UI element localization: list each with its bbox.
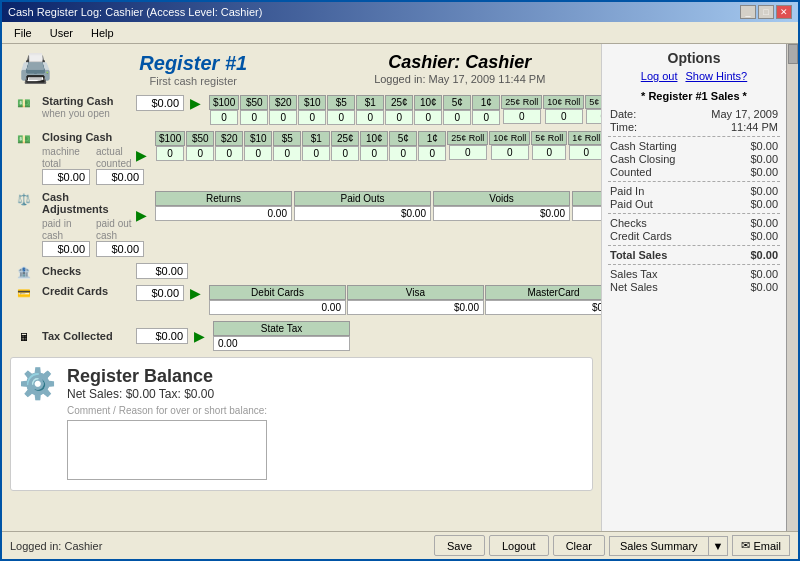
close-button[interactable]: ✕ bbox=[776, 5, 792, 19]
divider-5 bbox=[608, 264, 780, 265]
roll-v-100-1[interactable] bbox=[210, 110, 238, 125]
clear-button[interactable]: Clear bbox=[553, 535, 605, 556]
roll-h-25r-1: 25¢ Roll bbox=[501, 95, 542, 109]
closing-cash-rolls: $100 $50 $20 $10 $5 $1 25¢ 10¢ 5¢ 1¢ 25¢… bbox=[155, 131, 601, 161]
adj-returns-header: Returns bbox=[155, 191, 292, 206]
rolls-row-2: $100 $50 $20 $10 $5 $1 25¢ 10¢ 5¢ 1¢ 25¢… bbox=[155, 131, 601, 161]
roll-v-5r-1[interactable] bbox=[586, 109, 601, 124]
cc-debit-input[interactable] bbox=[209, 300, 346, 315]
roll-v-10c-2[interactable] bbox=[360, 146, 388, 161]
tax-icon: 🖩 bbox=[10, 329, 38, 343]
roll-v-50-2[interactable] bbox=[186, 146, 214, 161]
roll-v-5c-2[interactable] bbox=[389, 146, 417, 161]
label-paid-in: Paid In bbox=[610, 185, 644, 197]
checks-section: 🏦 Checks bbox=[10, 263, 593, 279]
cc-arrow[interactable]: ▶ bbox=[190, 285, 201, 301]
balance-comment-label: Comment / Reason for over or short balan… bbox=[67, 405, 584, 416]
minimize-button[interactable]: _ bbox=[740, 5, 756, 19]
cc-visa-input[interactable] bbox=[347, 300, 484, 315]
starting-cash-arrow[interactable]: ▶ bbox=[190, 95, 201, 111]
closing-actual-counted[interactable] bbox=[96, 169, 144, 185]
cc-icon: 💳 bbox=[10, 285, 38, 300]
tax-arrow[interactable]: ▶ bbox=[194, 328, 205, 344]
adj-returns-input[interactable] bbox=[155, 206, 292, 221]
email-button[interactable]: ✉ Email bbox=[732, 535, 790, 556]
roll-v-10r-2[interactable] bbox=[491, 145, 529, 160]
maximize-button[interactable]: □ bbox=[758, 5, 774, 19]
save-button[interactable]: Save bbox=[434, 535, 485, 556]
roll-v-50-1[interactable] bbox=[240, 110, 268, 125]
menu-file[interactable]: File bbox=[6, 25, 40, 41]
label-checks: Checks bbox=[610, 217, 647, 229]
cc-label: Credit Cards bbox=[42, 285, 132, 297]
roll-h-5c-1: 5¢ bbox=[443, 95, 471, 110]
menu-user[interactable]: User bbox=[42, 25, 81, 41]
roll-v-1c-2[interactable] bbox=[418, 146, 446, 161]
right-wrapper: Options Log out Show Hints? * Register #… bbox=[601, 44, 798, 531]
adj-voids-input[interactable] bbox=[433, 206, 570, 221]
roll-v-25c-1[interactable] bbox=[385, 110, 413, 125]
menu-bar: File User Help bbox=[2, 22, 798, 44]
roll-v-5r-2[interactable] bbox=[532, 145, 566, 160]
adj-voids-header: Voids bbox=[433, 191, 570, 206]
cc-mc-input[interactable] bbox=[485, 300, 601, 315]
cash-adjustments-section: ⚖️ Cash Adjustments paid in cash paid ou… bbox=[10, 191, 593, 257]
tax-amount[interactable] bbox=[136, 328, 188, 344]
state-tax-header: State Tax bbox=[213, 321, 350, 336]
register-title-block: Register #1 First cash register bbox=[60, 52, 327, 87]
roll-v-1-1[interactable] bbox=[356, 110, 384, 125]
roll-v-10c-1[interactable] bbox=[414, 110, 442, 125]
logged-in-header: Logged in: May 17, 2009 11:44 PM bbox=[327, 73, 594, 85]
roll-v-5-1[interactable] bbox=[327, 110, 355, 125]
roll-v-1-2[interactable] bbox=[302, 146, 330, 161]
roll-v-10-1[interactable] bbox=[298, 110, 326, 125]
roll-h-25c-1: 25¢ bbox=[385, 95, 413, 110]
roll-h-1-1: $1 bbox=[356, 95, 384, 110]
closing-cash-arrow[interactable]: ▶ bbox=[136, 147, 147, 163]
cc-amount[interactable] bbox=[136, 285, 184, 301]
checks-amount[interactable] bbox=[136, 263, 188, 279]
roll-v-25r-1[interactable] bbox=[503, 109, 541, 124]
closing-machine-total[interactable] bbox=[42, 169, 90, 185]
adj-other-input[interactable] bbox=[572, 206, 601, 221]
register-sub: First cash register bbox=[60, 75, 327, 87]
adj-paid-in[interactable] bbox=[42, 241, 90, 257]
label-net-sales: Net Sales bbox=[610, 281, 658, 293]
sales-summary-button[interactable]: Sales Summary bbox=[609, 536, 709, 556]
starting-cash-section: 💵 Starting Cash when you open ▶ $100 $50… bbox=[10, 95, 593, 125]
balance-comment-input[interactable] bbox=[67, 420, 267, 480]
roll-v-100-2[interactable] bbox=[156, 146, 184, 161]
roll-v-5c-1[interactable] bbox=[443, 110, 471, 125]
roll-v-10r-1[interactable] bbox=[545, 109, 583, 124]
roll-v-20-2[interactable] bbox=[215, 146, 243, 161]
logout-button[interactable]: Logout bbox=[489, 535, 549, 556]
roll-v-20-1[interactable] bbox=[269, 110, 297, 125]
cc-visa-header: Visa bbox=[347, 285, 484, 300]
roll-v-10-2[interactable] bbox=[244, 146, 272, 161]
sales-time-value: 11:44 PM bbox=[731, 121, 778, 133]
roll-v-1r-2[interactable] bbox=[569, 145, 601, 160]
roll-v-5-2[interactable] bbox=[273, 146, 301, 161]
adj-paidouts-input[interactable] bbox=[294, 206, 431, 221]
closing-cash-section: 💵 Closing Cash machine total actual coun… bbox=[10, 131, 593, 185]
status-bar: Logged in: Cashier Save Logout Clear Sal… bbox=[2, 531, 798, 559]
hints-link[interactable]: Show Hints? bbox=[685, 70, 747, 82]
roll-v-1c-1[interactable] bbox=[472, 110, 500, 125]
starting-cash-amount[interactable] bbox=[136, 95, 184, 111]
divider-3 bbox=[608, 213, 780, 214]
state-tax-input[interactable] bbox=[213, 336, 350, 351]
logout-link[interactable]: Log out bbox=[641, 70, 678, 82]
menu-help[interactable]: Help bbox=[83, 25, 122, 41]
sales-summary-dropdown[interactable]: ▼ bbox=[709, 536, 729, 556]
roll-v-25c-2[interactable] bbox=[331, 146, 359, 161]
roll-h-50-1: $50 bbox=[240, 95, 268, 110]
cc-debit-header: Debit Cards bbox=[209, 285, 346, 300]
status-buttons: Save Logout Clear Sales Summary ▼ ✉ Emai… bbox=[434, 535, 790, 556]
divider-2 bbox=[608, 181, 780, 182]
roll-h-20-1: $20 bbox=[269, 95, 297, 110]
adj-arrow[interactable]: ▶ bbox=[136, 207, 147, 223]
scrollbar[interactable] bbox=[786, 44, 798, 531]
checks-label: Checks bbox=[42, 265, 132, 277]
adj-paid-out[interactable] bbox=[96, 241, 144, 257]
roll-v-25r-2[interactable] bbox=[449, 145, 487, 160]
